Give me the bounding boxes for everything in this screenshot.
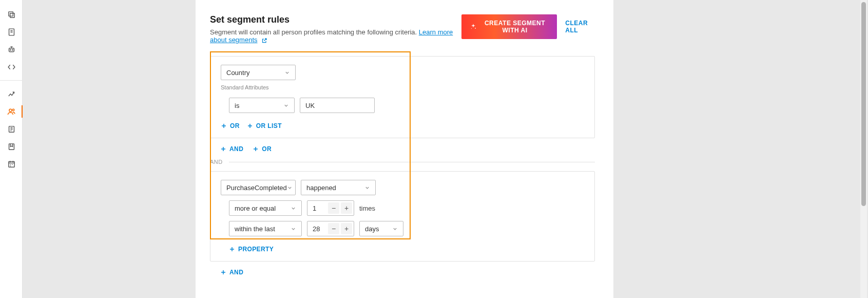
add-or-button[interactable]: OR (221, 122, 240, 129)
page-title: Set segment rules (210, 14, 461, 25)
chevron-down-icon (284, 70, 290, 76)
times-label: times (359, 204, 375, 212)
period-unit-select[interactable]: days (359, 221, 403, 236)
attribute-select[interactable]: Country (221, 65, 296, 80)
vertical-scrollbar[interactable] (860, 0, 867, 298)
period-stepper[interactable]: 28 − + (307, 221, 354, 236)
add-or-group-button[interactable]: OR (253, 145, 272, 153)
increment-button[interactable]: + (341, 223, 352, 234)
nav-bot-icon[interactable] (0, 41, 23, 58)
event-select[interactable]: PurchaseCompleted (221, 180, 296, 195)
attribute-group-label: Standard Attributes (221, 84, 584, 90)
rule-block-2: PurchaseCompleted happened more or equal (210, 171, 595, 262)
nav-form-icon[interactable] (0, 24, 23, 40)
nav-book-icon[interactable] (0, 121, 23, 137)
svg-point-6 (9, 109, 11, 111)
between-rules-actions: AND OR (210, 138, 595, 157)
nav-copy-icon[interactable] (0, 6, 23, 23)
nav-code-icon[interactable] (0, 59, 23, 75)
decrement-button[interactable]: − (328, 223, 339, 234)
chevron-down-icon (283, 103, 289, 108)
create-segment-ai-button[interactable]: CREATE SEGMENT WITH AI (461, 14, 557, 39)
nav-analytics-icon[interactable] (0, 86, 23, 102)
sparkle-icon (470, 23, 477, 30)
external-link-icon (261, 38, 267, 44)
svg-point-12 (471, 28, 472, 29)
chevron-down-icon (364, 185, 370, 191)
compare-select[interactable]: more or equal (229, 200, 302, 216)
svg-point-7 (12, 109, 14, 111)
chevron-down-icon (291, 226, 296, 232)
chevron-down-icon (291, 206, 296, 211)
count-stepper[interactable]: 1 − + (307, 200, 354, 216)
within-select[interactable]: within the last (229, 221, 302, 236)
add-and-footer-button[interactable]: AND (220, 269, 243, 276)
svg-point-5 (12, 49, 12, 50)
svg-point-11 (475, 28, 476, 29)
chevron-down-icon (392, 226, 398, 232)
page-subtitle: Segment will contain all person profiles… (210, 28, 461, 44)
footer-actions: AND (210, 262, 595, 280)
connector-and: AND (210, 159, 595, 165)
nav-calendar-icon[interactable] (0, 156, 23, 172)
scrollbar-thumb[interactable] (861, 2, 866, 206)
svg-rect-9 (9, 143, 14, 149)
svg-point-4 (10, 49, 10, 50)
chevron-down-icon (287, 185, 293, 191)
operator-select[interactable]: is (229, 98, 295, 113)
app-sidebar (0, 0, 23, 298)
increment-button[interactable]: + (341, 202, 352, 214)
svg-rect-0 (10, 13, 14, 17)
svg-rect-10 (8, 161, 14, 167)
nav-bookmark-icon[interactable] (0, 138, 23, 155)
nav-people-icon[interactable] (0, 103, 23, 120)
occurrence-select[interactable]: happened (301, 180, 376, 195)
decrement-button[interactable]: − (328, 202, 339, 214)
svg-rect-1 (8, 11, 12, 15)
rule-block-1: Country Standard Attributes is UK (210, 56, 595, 138)
value-input[interactable]: UK (300, 98, 375, 113)
segment-rules-card: Set segment rules Segment will contain a… (196, 0, 613, 298)
add-property-button[interactable]: PROPERTY (229, 246, 274, 253)
clear-all-button[interactable]: CLEAR ALL (565, 20, 595, 34)
add-and-button[interactable]: AND (220, 145, 243, 153)
add-or-list-button[interactable]: OR LIST (247, 122, 282, 129)
